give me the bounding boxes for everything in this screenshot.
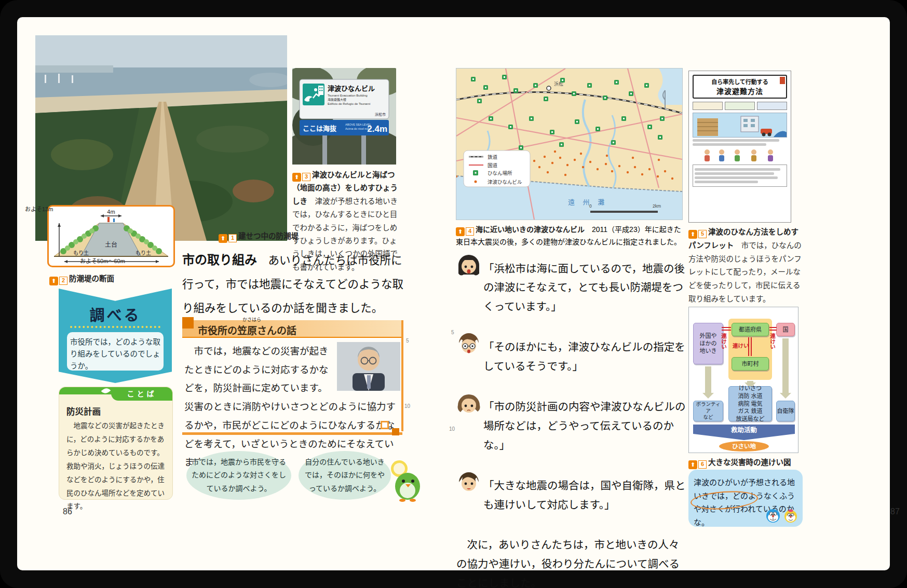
- blue-cat-character: [765, 508, 781, 524]
- page-number-left: 86: [63, 507, 72, 516]
- evacuation-pamphlet: 自ら率先して行動する 津波避難方法: [688, 71, 791, 223]
- task-bubble-1: 市では，地震から市民を守るためにどのような対さくをしているか調べよう。: [186, 451, 291, 500]
- photo1-caption-text: 建せつ中の防潮堤: [238, 232, 299, 240]
- caption-arrow-icon: ⬆: [688, 460, 697, 469]
- red-link-line: [722, 327, 731, 331]
- caption-arrow-icon: ⬆: [456, 227, 465, 236]
- pamphlet-table-line: [695, 176, 778, 179]
- pamphlet-title-box: 自ら率先して行動する 津波避難方法: [693, 75, 787, 99]
- pamphlet-title-line1: 自ら率先して行動する: [695, 77, 785, 86]
- pamphlet-tag: [693, 102, 723, 110]
- section-heading: 市の取り組み: [182, 253, 257, 267]
- diagram-caption: ⬆2防潮堤の断面: [49, 272, 114, 285]
- pamphlet-table-line: [695, 181, 758, 183]
- down-arrow: [747, 381, 753, 383]
- pamphlet-tag-row: [693, 102, 787, 110]
- dialogue-row: 「市の防災計画の内容や津波ひなんビルの場所などは，どうやって伝えているのかな。」: [456, 387, 686, 466]
- map-scale-end: 2km: [653, 203, 661, 209]
- sign-bar-value: 2.4m: [367, 124, 387, 134]
- pamphlet-figure-row: [693, 148, 787, 162]
- header-square-decoration: [182, 317, 194, 329]
- vocabulary-box: ことば 防災計画 地震などの災害が起きたときに，どのように対応するかをあらかじめ…: [59, 387, 173, 500]
- caption-number: 6: [698, 460, 707, 469]
- flow-box-services: けいさつ 消防 水道 病院 電気 ガス 鉄道 放送局など: [728, 386, 772, 421]
- pamphlet-text-line: [693, 143, 766, 146]
- closing-paragraph: 次に，あいりさんたちは，市と地いきの人々の協力や連けい，役わり分たんについて調べ…: [456, 536, 686, 588]
- pamphlet-illustration: [693, 113, 787, 138]
- sign-line-pt: Edificio de Refugio de Tsunami: [328, 102, 370, 105]
- avatar-girl-black-hair: [456, 252, 483, 280]
- pamphlet-caption-text: 市では，ひなんの方法や防災のじょうほうをパンフレットにして配ったり，メールなどを…: [688, 241, 802, 303]
- down-arrow: [782, 338, 789, 393]
- inquiry-banner: 調べる 市役所では，どのような取り組みをしているのでしょうか。: [59, 289, 172, 383]
- interview-box: かさはら 市役所の笠原さんの話 市では，地震などの災害が起きたときにどのように対…: [182, 320, 402, 432]
- diagram-bottom-width-label: およそ50m〜60m: [80, 256, 125, 265]
- flow-box-prefecture: 都道府県: [732, 323, 769, 336]
- line-number: 10: [449, 426, 455, 432]
- vocab-definition: 地震などの災害が起きたときに，どのように対応するかをあらかじめ決めているものです…: [66, 419, 167, 513]
- caption-arrow-icon: ⬆: [219, 234, 227, 243]
- caption-number: 4: [466, 227, 474, 236]
- task-bubble-2: 自分の住んでいる地いきでは，そのほかに何をやっているか調べよう。: [299, 451, 391, 500]
- pamphlet-caption: ⬆5津波のひなん方法をしめすパンフレット 市では，ひなんの方法や防災のじょうほう…: [688, 226, 806, 306]
- legend-building-label: 津波ひなんビル: [488, 179, 522, 185]
- tsunami-sign-art: 津波ひなんビル Tsunami Evacuation Building 海抜避難…: [292, 68, 396, 165]
- textbook-spread: 4m 土台 もり土 もり土 およそ13m およそ50m〜60m ⬆2防潮堤の断面…: [17, 17, 890, 570]
- link-label: 連けい: [769, 333, 777, 350]
- diagram-height-label: およそ13m: [25, 204, 53, 213]
- map-scale-start: 0: [589, 203, 592, 209]
- diagram-caption-text: 防潮堤の断面: [69, 275, 114, 283]
- flow-box-foreign-regions: 外国や ほかの 地いき: [693, 323, 723, 364]
- line-number: 5: [451, 330, 454, 335]
- guiding-question-box: 津波のひがいが予想される地いきでは，どのようなくふうや対さくが行われているのかな…: [688, 470, 803, 527]
- task-bubble-2-text: 自分の住んでいる地いきでは，そのほかに何をやっているか調べよう。: [304, 456, 386, 495]
- dialogue-row: 「そのほかにも，津波ひなんビルの指定をしているそうです。」: [456, 327, 686, 387]
- yellow-dotted-divider: [70, 326, 160, 328]
- pamphlet-text-line: [693, 139, 779, 142]
- vocab-term: 防災計画: [66, 405, 101, 417]
- orange-square-filled-decoration: [392, 428, 399, 435]
- flow-box-self-defense-force: 自衛隊: [776, 401, 795, 421]
- pamphlet-title-line2: 津波避難方法: [695, 86, 785, 96]
- portrait-art: [337, 342, 400, 391]
- caption-number: 2: [59, 277, 67, 285]
- flow-box-volunteers: ボランティア など: [693, 401, 723, 421]
- task-bubble-1-text: 市では，地震から市民を守るためにどのような対さくをしているか調べよう。: [192, 456, 286, 495]
- lead-paragraph: 市の取り組み あいりさんたちは市役所に行って，市では地震にそなえてどのような取り…: [182, 247, 404, 320]
- avatar-boy-glasses: [456, 331, 483, 359]
- sign-bar-label: ここは海抜: [303, 125, 337, 132]
- interview-title-furigana: かさはら: [242, 316, 261, 323]
- orange-vertical-rule: [401, 320, 403, 431]
- caption-arrow-icon: ⬆: [49, 277, 58, 285]
- caption-arrow-icon: ⬆: [292, 173, 301, 182]
- pamphlet-tag: [725, 102, 755, 110]
- link-label: 連けい: [720, 333, 728, 350]
- dialogue-row: 「浜松市は海に面しているので，地震の後の津波にそなえて，とても長い防潮堤をつくっ…: [456, 249, 686, 327]
- bird-mascot-art: [387, 457, 423, 502]
- sign-city: 浜松市: [375, 112, 386, 117]
- red-link-line: [769, 327, 777, 331]
- cooperation-flow-chart: 外国や ほかの 地いき 都道府県 市町村 国 連けい 連けい 連けい ボランティ…: [688, 307, 798, 453]
- sign-bar-sub2: Acima do nivel mar: [345, 127, 370, 130]
- sign-line-cjk: 海抜避難大楼: [328, 98, 346, 102]
- pamphlet-table: [693, 165, 787, 187]
- sign-title: 津波ひなんビル: [328, 85, 375, 92]
- pamphlet-table-line: [695, 168, 780, 171]
- evacuation-map: 浜松: [456, 68, 683, 220]
- caption-number: 1: [228, 234, 237, 242]
- pamphlet-table-line: [695, 172, 774, 175]
- line-number: 10: [404, 403, 410, 409]
- flow-caption-text: 大きな災害時の連けい図: [708, 458, 791, 467]
- diagram-right-fill-label: もり土: [136, 250, 151, 256]
- interview-header: かさはら 市役所の笠原さんの話: [182, 320, 402, 338]
- pamphlet-tag: [757, 102, 787, 110]
- caption-number: 5: [698, 230, 707, 238]
- dialogue-text: 「浜松市は海に面しているので，地震の後の津波にそなえて，とても長い防潮堤をつくっ…: [483, 259, 686, 317]
- caption-number: 3: [302, 173, 310, 181]
- dialogue-text: 「市の防災計画の内容や津波ひなんビルの場所などは，どうやって伝えているのかな。」: [483, 398, 686, 455]
- flow-disaster-site: ひさい地: [719, 441, 769, 452]
- evacuation-map-art: 浜松: [456, 69, 682, 220]
- interview-body: 市では，地震などの災害が起きたときにどのように対応するかなどを，防災計画に定めて…: [184, 342, 400, 472]
- diagram-top-width-label: 4m: [107, 209, 115, 215]
- orange-horizontal-rule: [182, 432, 402, 435]
